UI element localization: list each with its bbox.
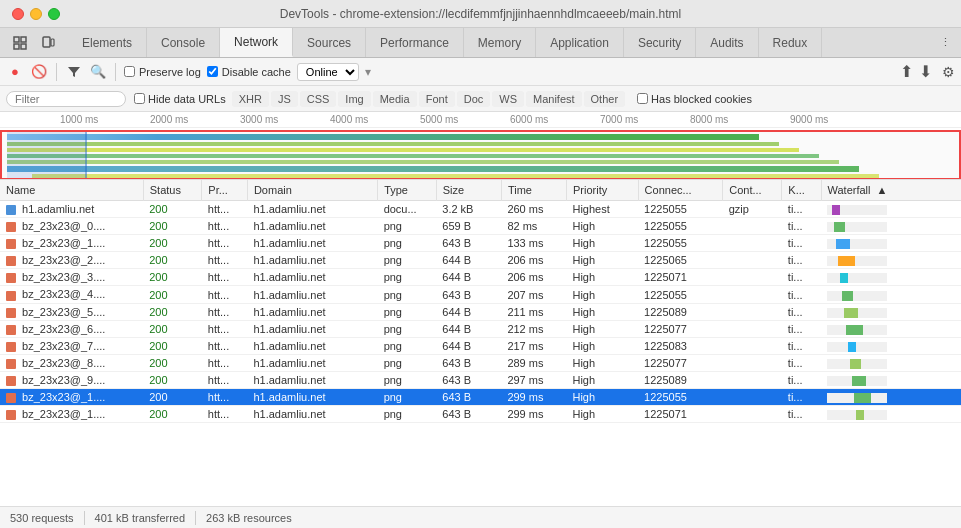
disable-cache-label[interactable]: Disable cache: [207, 66, 291, 78]
table-row[interactable]: bz_23x23@_2.... 200 htt... h1.adamliu.ne…: [0, 252, 961, 269]
disable-cache-checkbox[interactable]: [207, 66, 218, 77]
table-row[interactable]: bz_23x23@_1.... 200 htt... h1.adamliu.ne…: [0, 235, 961, 252]
col-time[interactable]: Time: [501, 180, 566, 201]
tab-elements[interactable]: Elements: [68, 28, 147, 57]
cell-name: bz_23x23@_1....: [0, 235, 143, 252]
table-row[interactable]: bz_23x23@_5.... 200 htt... h1.adamliu.ne…: [0, 303, 961, 320]
filter-js[interactable]: JS: [271, 91, 298, 107]
tab-memory[interactable]: Memory: [464, 28, 536, 57]
filter-icon[interactable]: [65, 63, 83, 81]
close-button[interactable]: [12, 8, 24, 20]
table-row[interactable]: bz_23x23@_7.... 200 htt... h1.adamliu.ne…: [0, 337, 961, 354]
blocked-cookies-checkbox[interactable]: [637, 93, 648, 104]
settings-icon[interactable]: ⚙: [942, 64, 955, 80]
preserve-log-checkbox[interactable]: [124, 66, 135, 77]
filter-doc[interactable]: Doc: [457, 91, 491, 107]
tab-security[interactable]: Security: [624, 28, 696, 57]
cell-k: ti...: [782, 354, 821, 371]
cell-time: 289 ms: [501, 354, 566, 371]
table-row[interactable]: bz_23x23@_8.... 200 htt... h1.adamliu.ne…: [0, 354, 961, 371]
toolbar-sep-1: [56, 63, 57, 81]
export-button[interactable]: ⬇: [919, 62, 932, 81]
statusbar: 530 requests 401 kB transferred 263 kB r…: [0, 506, 961, 528]
cell-time: 217 ms: [501, 337, 566, 354]
timeline-bar-7: [32, 174, 879, 178]
table-row[interactable]: bz_23x23@_9.... 200 htt... h1.adamliu.ne…: [0, 371, 961, 388]
filter-media[interactable]: Media: [373, 91, 417, 107]
inspect-icon[interactable]: [8, 31, 32, 55]
table-row[interactable]: bz_23x23@_6.... 200 htt... h1.adamliu.ne…: [0, 320, 961, 337]
col-content[interactable]: Cont...: [723, 180, 782, 201]
cell-waterfall: [821, 269, 961, 286]
cell-name: h1.adamliu.net: [0, 201, 143, 218]
filter-img[interactable]: Img: [338, 91, 370, 107]
timeline-chart[interactable]: [0, 130, 961, 180]
col-connection[interactable]: Connec...: [638, 180, 723, 201]
col-domain[interactable]: Domain: [247, 180, 377, 201]
cell-priority: High: [566, 354, 638, 371]
table-row[interactable]: bz_23x23@_3.... 200 htt... h1.adamliu.ne…: [0, 269, 961, 286]
device-icon[interactable]: [36, 31, 60, 55]
blocked-cookies-label[interactable]: Has blocked cookies: [637, 93, 752, 105]
table-row[interactable]: bz_23x23@_1.... 200 htt... h1.adamliu.ne…: [0, 406, 961, 423]
timeline-bar-1: [7, 134, 759, 140]
throttle-select[interactable]: Online: [297, 63, 359, 81]
tab-application[interactable]: Application: [536, 28, 624, 57]
table-row[interactable]: bz_23x23@_4.... 200 htt... h1.adamliu.ne…: [0, 286, 961, 303]
filter-manifest[interactable]: Manifest: [526, 91, 582, 107]
svg-rect-3: [21, 44, 26, 49]
timeline-area[interactable]: 1000 ms 2000 ms 3000 ms 4000 ms 5000 ms …: [0, 112, 961, 180]
col-waterfall[interactable]: Waterfall ▲: [821, 180, 961, 201]
filter-other[interactable]: Other: [584, 91, 626, 107]
hide-data-urls-label[interactable]: Hide data URLs: [134, 93, 226, 105]
search-icon[interactable]: 🔍: [89, 63, 107, 81]
network-table-container[interactable]: Name Status Pr... Domain Type Size Time …: [0, 180, 961, 506]
filter-input[interactable]: [6, 91, 126, 107]
cell-content: gzip: [723, 201, 782, 218]
cell-connection: 1225089: [638, 371, 723, 388]
tab-audits[interactable]: Audits: [696, 28, 758, 57]
tab-performance[interactable]: Performance: [366, 28, 464, 57]
col-protocol[interactable]: Pr...: [202, 180, 248, 201]
hide-data-urls-checkbox[interactable]: [134, 93, 145, 104]
table-row[interactable]: bz_23x23@_0.... 200 htt... h1.adamliu.ne…: [0, 218, 961, 235]
cell-priority: High: [566, 406, 638, 423]
tab-redux[interactable]: Redux: [759, 28, 823, 57]
import-button[interactable]: ⬆: [900, 62, 913, 81]
col-k[interactable]: K...: [782, 180, 821, 201]
filter-xhr[interactable]: XHR: [232, 91, 269, 107]
col-priority[interactable]: Priority: [566, 180, 638, 201]
cell-priority: High: [566, 218, 638, 235]
cell-content: [723, 252, 782, 269]
col-status[interactable]: Status: [143, 180, 202, 201]
maximize-button[interactable]: [48, 8, 60, 20]
tab-sources[interactable]: Sources: [293, 28, 366, 57]
tab-console[interactable]: Console: [147, 28, 220, 57]
cell-size: 643 B: [436, 389, 501, 406]
filter-font[interactable]: Font: [419, 91, 455, 107]
record-button[interactable]: ●: [6, 63, 24, 81]
col-size[interactable]: Size: [436, 180, 501, 201]
cell-name: bz_23x23@_2....: [0, 252, 143, 269]
cell-k: ti...: [782, 337, 821, 354]
tab-network[interactable]: Network: [220, 28, 293, 57]
filter-ws[interactable]: WS: [492, 91, 524, 107]
svg-rect-2: [14, 44, 19, 49]
cell-waterfall: [821, 201, 961, 218]
filter-css[interactable]: CSS: [300, 91, 337, 107]
cell-waterfall: [821, 286, 961, 303]
cell-connection: 1225077: [638, 320, 723, 337]
clear-button[interactable]: 🚫: [30, 63, 48, 81]
cell-content: [723, 389, 782, 406]
col-type[interactable]: Type: [378, 180, 437, 201]
col-name[interactable]: Name: [0, 180, 143, 201]
cell-priority: High: [566, 252, 638, 269]
minimize-button[interactable]: [30, 8, 42, 20]
table-row[interactable]: bz_23x23@_1.... 200 htt... h1.adamliu.ne…: [0, 389, 961, 406]
table-row[interactable]: h1.adamliu.net 200 htt... h1.adamliu.net…: [0, 201, 961, 218]
cell-name: bz_23x23@_4....: [0, 286, 143, 303]
preserve-log-label[interactable]: Preserve log: [124, 66, 201, 78]
tab-icons: [0, 28, 68, 57]
more-tabs-button[interactable]: ⋮: [930, 28, 961, 57]
cell-status: 200: [143, 354, 202, 371]
